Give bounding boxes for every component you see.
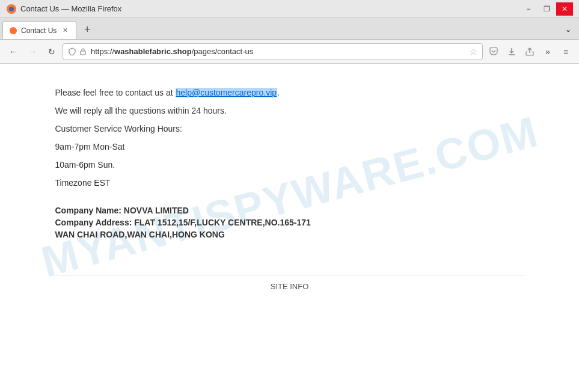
svg-point-1: [9, 7, 14, 11]
hours-heading: Customer Service Working Hours:: [55, 124, 524, 133]
svg-rect-3: [81, 51, 85, 55]
tab-close-button[interactable]: ✕: [60, 26, 70, 35]
window-title: Contact Us — Mozilla Firefox: [20, 4, 121, 13]
tab-list-button[interactable]: ⌄: [560, 21, 577, 38]
timezone: Timezone EST: [55, 178, 524, 188]
tab-contact-us[interactable]: Contact Us ✕: [2, 21, 76, 39]
close-button[interactable]: ✕: [556, 2, 573, 16]
site-info: SITE INFO: [55, 275, 524, 297]
nav-bar: ← → ↻ https://washablefabric.shop/pages/…: [0, 40, 579, 64]
restore-button[interactable]: ❐: [538, 2, 555, 16]
forward-button[interactable]: →: [24, 43, 41, 60]
firefox-logo-icon: [6, 4, 17, 14]
downloads-button[interactable]: [503, 43, 520, 60]
reload-button[interactable]: ↻: [43, 43, 60, 60]
email-link[interactable]: help@customercarepro.vip: [176, 88, 278, 97]
url-prefix: https://: [91, 47, 114, 56]
company-info: Company Name: NOVVA LIMITED Company Addr…: [55, 206, 524, 239]
new-tab-button[interactable]: +: [79, 21, 96, 38]
company-address-value: FLAT 1512,15/F,LUCKY CENTRE,NO.165-171: [134, 218, 311, 227]
company-name-line: Company Name: NOVVA LIMITED: [55, 206, 524, 215]
pocket-icon: [489, 47, 498, 57]
intro-paragraph: Please feel free to contact us at help@c…: [55, 88, 524, 97]
tab-favicon-icon: [9, 26, 17, 35]
pocket-button[interactable]: [485, 43, 502, 60]
company-address-line2: WAN CHAI ROAD,WAN CHAI,HONG KONG: [55, 230, 524, 239]
titlebar-left: Contact Us — Mozilla Firefox: [6, 4, 121, 14]
svg-point-2: [10, 27, 17, 34]
share-icon: [525, 47, 535, 57]
content-body: Please feel free to contact us at help@c…: [55, 88, 524, 297]
bookmark-star-icon[interactable]: ☆: [470, 47, 477, 57]
lock-icon: [79, 47, 87, 56]
reply-text: We will reply all the questions within 2…: [55, 106, 524, 115]
address-security-icons: [68, 47, 87, 56]
page-content-area: MYANTISPYWARE.COM Please feel free to co…: [0, 64, 579, 392]
minimize-button[interactable]: −: [520, 2, 537, 16]
tab-bar: Contact Us ✕ + ⌄: [0, 18, 579, 40]
company-address-line: Company Address: FLAT 1512,15/F,LUCKY CE…: [55, 218, 524, 227]
company-name-value: NOVVA LIMITED: [124, 206, 189, 215]
url-domain: washablefabric.shop: [114, 47, 192, 56]
shield-icon: [68, 47, 76, 56]
extensions-button[interactable]: »: [539, 43, 556, 60]
intro-text-before-email: Please feel free to contact us at: [55, 88, 176, 97]
back-button[interactable]: ←: [5, 43, 22, 60]
hours-2: 10am-6pm Sun.: [55, 160, 524, 170]
titlebar-controls: − ❐ ✕: [520, 2, 573, 16]
company-address-label: Company Address:: [55, 218, 132, 227]
tab-label: Contact Us: [21, 26, 57, 35]
address-url: https://washablefabric.shop/pages/contac…: [91, 47, 466, 56]
titlebar: Contact Us — Mozilla Firefox − ❐ ✕: [0, 0, 579, 18]
url-path: /pages/contact-us: [192, 47, 254, 56]
address-bar[interactable]: https://washablefabric.shop/pages/contac…: [63, 43, 483, 60]
share-button[interactable]: [521, 43, 538, 60]
site-info-label: SITE INFO: [271, 282, 309, 291]
nav-right-buttons: » ≡: [485, 43, 574, 60]
hours-1: 9am-7pm Mon-Sat: [55, 142, 524, 152]
page-content: MYANTISPYWARE.COM Please feel free to co…: [19, 64, 560, 321]
download-icon: [507, 47, 516, 57]
menu-button[interactable]: ≡: [557, 43, 574, 60]
company-name-label: Company Name:: [55, 206, 121, 215]
